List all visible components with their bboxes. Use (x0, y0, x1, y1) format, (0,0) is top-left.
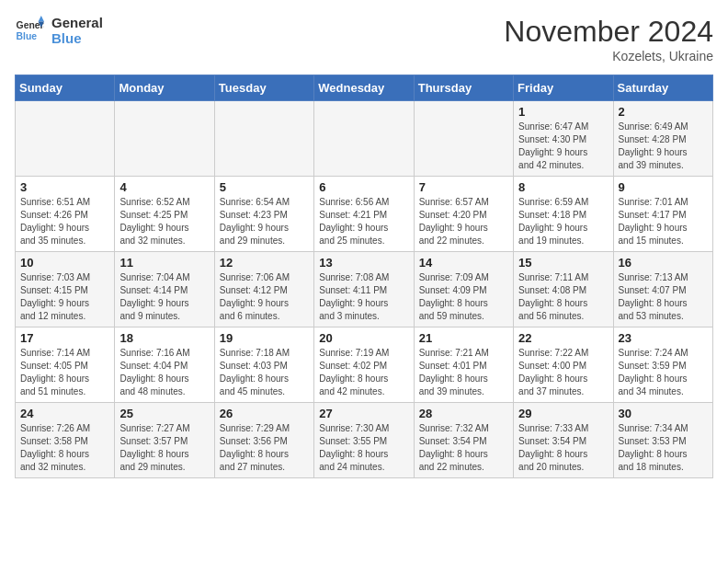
day-info: Sunrise: 7:04 AMSunset: 4:14 PMDaylight:… (119, 271, 209, 323)
calendar-table: SundayMondayTuesdayWednesdayThursdayFrid… (15, 75, 713, 478)
day-info: Sunrise: 6:59 AMSunset: 4:18 PMDaylight:… (518, 196, 608, 247)
day-number: 10 (20, 256, 109, 270)
header-day: Thursday (414, 75, 513, 101)
calendar-cell: 8Sunrise: 6:59 AMSunset: 4:18 PMDaylight… (514, 177, 613, 252)
calendar-cell: 23Sunrise: 7:24 AMSunset: 3:59 PMDayligh… (613, 327, 712, 403)
calendar-cell: 24Sunrise: 7:26 AMSunset: 3:58 PMDayligh… (16, 403, 115, 478)
calendar-cell: 26Sunrise: 7:29 AMSunset: 3:56 PMDayligh… (214, 403, 313, 478)
day-number: 6 (319, 180, 408, 194)
day-info: Sunrise: 7:24 AMSunset: 3:59 PMDaylight:… (619, 347, 708, 398)
day-number: 25 (119, 407, 209, 420)
calendar-cell: 12Sunrise: 7:06 AMSunset: 4:12 PMDayligh… (214, 252, 313, 327)
day-info: Sunrise: 6:47 AMSunset: 4:30 PMDaylight:… (518, 121, 608, 172)
calendar-cell: 2Sunrise: 6:49 AMSunset: 4:28 PMDaylight… (613, 101, 712, 177)
day-info: Sunrise: 6:56 AMSunset: 4:21 PMDaylight:… (319, 196, 408, 247)
day-info: Sunrise: 7:33 AMSunset: 3:54 PMDaylight:… (518, 422, 608, 474)
day-number: 15 (518, 256, 608, 270)
calendar-cell: 19Sunrise: 7:18 AMSunset: 4:03 PMDayligh… (214, 327, 313, 403)
month-title: November 2024 (504, 15, 713, 49)
logo-line2: Blue (51, 30, 103, 46)
day-number: 28 (419, 407, 508, 420)
header-row: SundayMondayTuesdayWednesdayThursdayFrid… (16, 75, 713, 101)
calendar-cell: 22Sunrise: 7:22 AMSunset: 4:00 PMDayligh… (514, 327, 613, 403)
header-day: Friday (514, 75, 613, 101)
header-day: Monday (115, 75, 214, 101)
calendar-cell: 25Sunrise: 7:27 AMSunset: 3:57 PMDayligh… (115, 403, 214, 478)
calendar-cell: 5Sunrise: 6:54 AMSunset: 4:23 PMDaylight… (214, 177, 313, 252)
day-info: Sunrise: 7:22 AMSunset: 4:00 PMDaylight:… (518, 347, 608, 398)
day-number: 4 (119, 180, 209, 194)
location: Kozelets, Ukraine (504, 49, 713, 63)
calendar-cell: 7Sunrise: 6:57 AMSunset: 4:20 PMDaylight… (414, 177, 513, 252)
calendar-cell (314, 101, 414, 177)
day-number: 29 (518, 407, 608, 420)
calendar-cell (115, 101, 214, 177)
header-day: Wednesday (314, 75, 414, 101)
calendar-cell: 18Sunrise: 7:16 AMSunset: 4:04 PMDayligh… (115, 327, 214, 403)
day-info: Sunrise: 7:30 AMSunset: 3:55 PMDaylight:… (319, 422, 408, 474)
day-info: Sunrise: 7:06 AMSunset: 4:12 PMDaylight:… (220, 271, 309, 323)
day-info: Sunrise: 6:54 AMSunset: 4:23 PMDaylight:… (220, 196, 309, 247)
day-info: Sunrise: 7:14 AMSunset: 4:05 PMDaylight:… (20, 347, 109, 398)
day-number: 13 (319, 256, 408, 270)
day-number: 14 (419, 256, 508, 270)
day-number: 8 (518, 180, 608, 194)
day-info: Sunrise: 7:03 AMSunset: 4:15 PMDaylight:… (20, 271, 109, 323)
day-number: 23 (619, 331, 708, 345)
calendar-cell (214, 101, 313, 177)
day-number: 22 (518, 331, 608, 345)
calendar-week-row: 17Sunrise: 7:14 AMSunset: 4:05 PMDayligh… (16, 327, 713, 403)
day-info: Sunrise: 6:57 AMSunset: 4:20 PMDaylight:… (419, 196, 508, 247)
day-info: Sunrise: 7:01 AMSunset: 4:17 PMDaylight:… (619, 196, 708, 247)
day-number: 30 (619, 407, 708, 420)
day-number: 16 (619, 256, 708, 270)
day-info: Sunrise: 7:08 AMSunset: 4:11 PMDaylight:… (319, 271, 408, 323)
calendar-cell: 4Sunrise: 6:52 AMSunset: 4:25 PMDaylight… (115, 177, 214, 252)
calendar-cell: 10Sunrise: 7:03 AMSunset: 4:15 PMDayligh… (16, 252, 115, 327)
calendar-cell: 14Sunrise: 7:09 AMSunset: 4:09 PMDayligh… (414, 252, 513, 327)
day-info: Sunrise: 7:34 AMSunset: 3:53 PMDaylight:… (619, 422, 708, 474)
header-day: Sunday (16, 75, 115, 101)
day-number: 2 (619, 105, 708, 119)
day-number: 1 (518, 105, 608, 119)
day-info: Sunrise: 7:21 AMSunset: 4:01 PMDaylight:… (419, 347, 508, 398)
day-info: Sunrise: 7:27 AMSunset: 3:57 PMDaylight:… (119, 422, 209, 474)
calendar-cell: 1Sunrise: 6:47 AMSunset: 4:30 PMDaylight… (514, 101, 613, 177)
day-info: Sunrise: 7:19 AMSunset: 4:02 PMDaylight:… (319, 347, 408, 398)
logo: General Blue General Blue (15, 15, 103, 46)
calendar-week-row: 10Sunrise: 7:03 AMSunset: 4:15 PMDayligh… (16, 252, 713, 327)
day-number: 12 (220, 256, 309, 270)
day-info: Sunrise: 6:52 AMSunset: 4:25 PMDaylight:… (119, 196, 209, 247)
day-number: 21 (419, 331, 508, 345)
day-info: Sunrise: 7:18 AMSunset: 4:03 PMDaylight:… (220, 347, 309, 398)
day-number: 11 (119, 256, 209, 270)
day-info: Sunrise: 7:16 AMSunset: 4:04 PMDaylight:… (119, 347, 209, 398)
calendar-cell: 20Sunrise: 7:19 AMSunset: 4:02 PMDayligh… (314, 327, 414, 403)
calendar-cell: 29Sunrise: 7:33 AMSunset: 3:54 PMDayligh… (514, 403, 613, 478)
day-info: Sunrise: 6:51 AMSunset: 4:26 PMDaylight:… (20, 196, 109, 247)
calendar-cell (16, 101, 115, 177)
day-number: 7 (419, 180, 508, 194)
day-number: 27 (319, 407, 408, 420)
day-info: Sunrise: 7:13 AMSunset: 4:07 PMDaylight:… (619, 271, 708, 323)
calendar-cell: 30Sunrise: 7:34 AMSunset: 3:53 PMDayligh… (613, 403, 712, 478)
logo-line1: General (51, 15, 103, 30)
page-header: General Blue General Blue November 2024 … (15, 15, 713, 63)
calendar-cell: 9Sunrise: 7:01 AMSunset: 4:17 PMDaylight… (613, 177, 712, 252)
day-info: Sunrise: 7:29 AMSunset: 3:56 PMDaylight:… (220, 422, 309, 474)
logo-icon: General Blue (15, 16, 44, 45)
calendar-week-row: 1Sunrise: 6:47 AMSunset: 4:30 PMDaylight… (16, 101, 713, 177)
day-number: 5 (220, 180, 309, 194)
calendar-cell: 11Sunrise: 7:04 AMSunset: 4:14 PMDayligh… (115, 252, 214, 327)
header-day: Saturday (613, 75, 712, 101)
calendar-week-row: 24Sunrise: 7:26 AMSunset: 3:58 PMDayligh… (16, 403, 713, 478)
calendar-cell: 16Sunrise: 7:13 AMSunset: 4:07 PMDayligh… (613, 252, 712, 327)
day-info: Sunrise: 7:11 AMSunset: 4:08 PMDaylight:… (518, 271, 608, 323)
day-number: 24 (20, 407, 109, 420)
calendar-cell: 6Sunrise: 6:56 AMSunset: 4:21 PMDaylight… (314, 177, 414, 252)
calendar-cell: 27Sunrise: 7:30 AMSunset: 3:55 PMDayligh… (314, 403, 414, 478)
day-number: 3 (20, 180, 109, 194)
calendar-cell: 15Sunrise: 7:11 AMSunset: 4:08 PMDayligh… (514, 252, 613, 327)
calendar-cell: 17Sunrise: 7:14 AMSunset: 4:05 PMDayligh… (16, 327, 115, 403)
header-day: Tuesday (214, 75, 313, 101)
